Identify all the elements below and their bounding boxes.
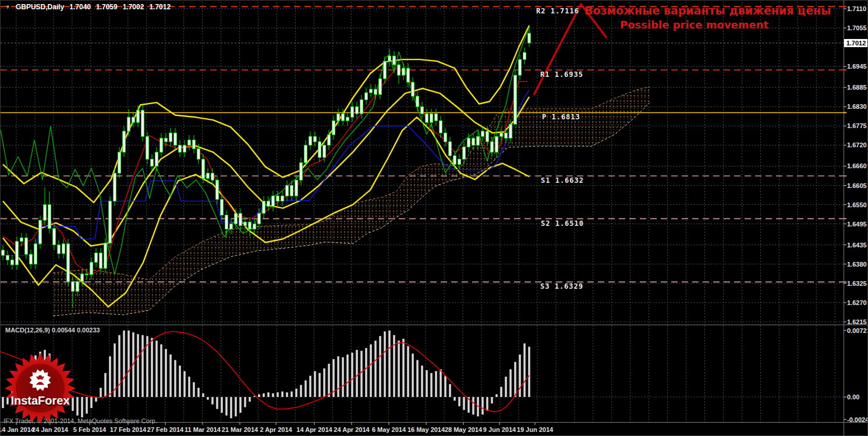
pivot-label-s2: S2 1.6510 (541, 219, 584, 228)
pivot-label-s3: S3 1.6329 (540, 282, 583, 290)
date-axis-label: 9 Jun 2014 (483, 426, 516, 433)
date-axis-label: 24 Apr 2014 (334, 426, 369, 433)
instaforex-logo-text: InstaForex (5, 394, 75, 407)
pivot-label-r1: R1 1.6935 (540, 70, 583, 79)
date-axis-label: 19 Jun 2014 (517, 426, 553, 433)
date-axis-label: 14 Apr 2014 (296, 426, 332, 433)
price-axis-label: 1.6550 (847, 201, 867, 208)
price-axis-label: 1.6885 (847, 84, 867, 91)
date-axis-label: 21 Mar 2014 (222, 426, 258, 433)
pivot-lines (1, 6, 844, 282)
ohlc-open: 1.7040 (69, 3, 91, 11)
price-axis-label: 1.6270 (847, 299, 867, 306)
price-axis-label: 1.7110 (847, 5, 866, 12)
date-axis-label: 6 May 2014 (372, 426, 406, 433)
date-axis-label: 27 Feb 2014 (147, 426, 183, 433)
price-axis-label: 1.6605 (847, 182, 867, 189)
ohlc-close: 1.7012 (149, 3, 171, 11)
price-axis-label: 1.6495 (847, 221, 867, 228)
chevron-down-icon[interactable]: ▼ (5, 4, 10, 10)
pivot-label-s1: S1 1.6632 (541, 176, 584, 185)
macd-axis-label: -0.00243 (847, 416, 868, 423)
pivot-label-r2: R2 1.7116 (536, 7, 579, 15)
macd-signal-line (1, 331, 529, 412)
chart-canvas[interactable] (1, 1, 868, 436)
ohlc-low: 1.7002 (123, 3, 144, 11)
date-axis-label: 28 May 2014 (445, 426, 482, 433)
macd-axis-label: 0.00 (847, 394, 859, 400)
price-axis-label: 1.6775 (847, 122, 867, 129)
price-axis-label: 1.6380 (847, 261, 867, 268)
price-axis-label: 1.6215 (847, 318, 867, 325)
date-axis-label: 17 Feb 2014 (110, 426, 146, 433)
annotation-text-ru: Возможные варианты движения цены (584, 4, 831, 17)
price-axis-label: 1.6435 (847, 242, 867, 249)
price-axis-label: 1.6830 (847, 103, 867, 110)
macd-panel (1, 331, 529, 419)
price-axis-label: 1.6660 (847, 162, 867, 169)
date-axis-label: 11 Mar 2014 (185, 426, 221, 433)
date-axis-label: 2 Apr 2014 (260, 426, 292, 433)
symbol-title: GBPUSD,Daily (16, 3, 64, 11)
chart-title-bar: ▼ GBPUSD,Daily 1.7040 1.7059 1.7002 1.70… (5, 3, 171, 11)
price-movement-arrow[interactable] (534, 4, 607, 95)
mt4-chart-window: ▼ GBPUSD,Daily 1.7040 1.7059 1.7002 1.70… (0, 0, 868, 436)
macd-axis-label: 0.00721 (847, 327, 868, 334)
annotation-text-en: Possible price movement (620, 19, 768, 31)
price-axis-label: 1.6720 (847, 141, 867, 148)
date-axis-label: 16 May 2014 (408, 426, 445, 433)
price-axis-label: 1.6945 (847, 63, 867, 70)
pivot-label-p: P 1.6813 (542, 113, 580, 121)
macd-indicator-label: MACD(12,26,9) 0.00544 0.00233 (5, 327, 100, 334)
price-axis-label: 1.6325 (847, 280, 867, 287)
price-axis-label: 1.7055 (847, 24, 867, 31)
ohlc-high: 1.7059 (96, 3, 118, 11)
instaforex-logo (3, 351, 80, 428)
current-price-badge: 1.7012 (844, 39, 868, 47)
